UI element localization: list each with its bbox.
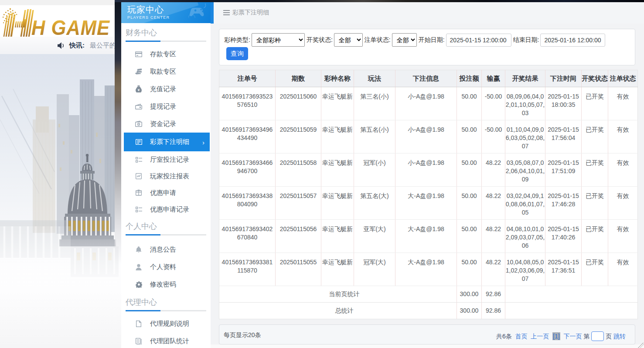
- svg-text:¥: ¥: [138, 88, 140, 92]
- svg-text:H GAME: H GAME: [31, 16, 110, 37]
